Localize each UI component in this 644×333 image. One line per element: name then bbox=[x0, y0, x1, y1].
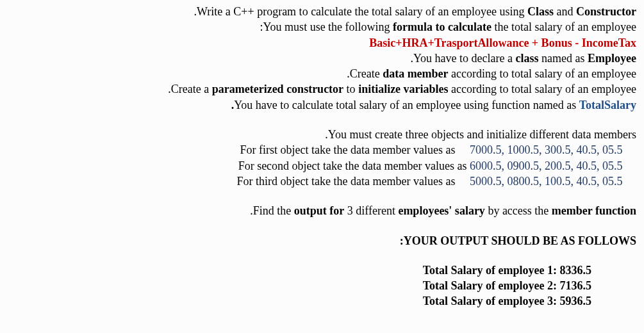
text-bold: Class bbox=[527, 5, 554, 18]
spacer bbox=[0, 113, 636, 127]
text: .Write a C++ program to calculate the to… bbox=[194, 5, 527, 18]
text: and bbox=[554, 5, 576, 18]
line-7: .You have to calculate total salary of a… bbox=[0, 97, 636, 113]
text-bold: employees' salary bbox=[398, 204, 484, 217]
text: the total salary of an employee bbox=[491, 20, 636, 33]
text-bold: Total Salary of employee 3: 5936.5 bbox=[423, 295, 591, 307]
obj-values: 5000.5, 0800.5, 100.5, 40.5, 05.5 bbox=[470, 174, 636, 189]
spacer bbox=[0, 219, 636, 233]
text-bold: Constructor bbox=[576, 5, 636, 18]
line-2: :You must use the following formula to c… bbox=[0, 19, 636, 35]
text-bold: formula to calculate bbox=[393, 20, 491, 33]
output-header: :YOUR OUTPUT SHOULD BE AS FOLLOWS bbox=[0, 233, 636, 248]
object-row-2: For second object take the data member v… bbox=[0, 158, 636, 174]
text-bold: data member bbox=[383, 67, 448, 80]
line-4: .You have to declare a class named as Em… bbox=[0, 51, 636, 66]
text: .Create bbox=[347, 67, 383, 80]
output-line-2: Total Salary of employee 2: 7136.5 bbox=[0, 278, 636, 293]
line-12: .Find the output for 3 different employe… bbox=[0, 203, 636, 218]
line-formula: Basic+HRA+TrasportAllowance + Bonus - In… bbox=[0, 35, 636, 51]
object-row-1: For first object take the data member va… bbox=[0, 142, 636, 158]
text: .You have to declare a bbox=[410, 52, 515, 65]
output-line-3: Total Salary of employee 3: 5936.5 bbox=[0, 293, 636, 309]
line-8: .You must create three objects and initi… bbox=[0, 127, 636, 142]
line-6: .Create a parameterized constructor to i… bbox=[0, 81, 636, 97]
text: to bbox=[343, 83, 358, 95]
text-bold: Total Salary of employee 1: 8336.5 bbox=[423, 264, 591, 277]
text: .You must create three objects and initi… bbox=[325, 128, 636, 141]
text-bold: output for bbox=[294, 204, 345, 217]
spacer bbox=[0, 248, 636, 263]
text-bold: initialize variables bbox=[358, 83, 448, 95]
text-bold: class bbox=[516, 52, 539, 65]
object-row-3: For third object take the data member va… bbox=[0, 174, 636, 189]
formula-text: Basic+HRA+TrasportAllowance + Bonus - In… bbox=[369, 37, 636, 49]
text: .Create a bbox=[168, 83, 211, 95]
text: according to total salary of an employee bbox=[449, 67, 636, 80]
line-1: .Write a C++ program to calculate the to… bbox=[0, 4, 636, 19]
text: according to total salary of an employee bbox=[449, 83, 636, 95]
text: 3 different bbox=[344, 204, 398, 217]
line-5: .Create data member according to total s… bbox=[0, 66, 636, 81]
obj-label: For first object take the data member va… bbox=[240, 143, 456, 156]
text-bold: member function bbox=[552, 204, 636, 217]
spacer bbox=[0, 189, 636, 203]
text-bold: Total Salary of employee 2: 7136.5 bbox=[423, 279, 591, 292]
text-blue-bold: TotalSalary bbox=[579, 99, 636, 111]
text: You have to calculate total salary of an… bbox=[234, 99, 579, 111]
obj-values: 6000.5, 0900.5, 200.5, 40.5, 05.5 bbox=[470, 158, 636, 174]
obj-values: 7000.5, 1000.5, 300.5, 40.5, 05.5 bbox=[470, 142, 636, 158]
text: by access the bbox=[485, 204, 552, 217]
output-line-1: Total Salary of employee 1: 8336.5 bbox=[0, 263, 636, 278]
text-bold: Employee bbox=[588, 52, 636, 65]
text-bold: :YOUR OUTPUT SHOULD BE AS FOLLOWS bbox=[400, 234, 636, 247]
obj-label: For third object take the data member va… bbox=[237, 175, 456, 188]
obj-label: For second object take the data member v… bbox=[238, 159, 467, 172]
text: .Find the bbox=[250, 204, 294, 217]
text: named as bbox=[539, 52, 588, 65]
text-bold: parameterized constructor bbox=[212, 83, 343, 95]
text: :You must use the following bbox=[260, 20, 393, 33]
